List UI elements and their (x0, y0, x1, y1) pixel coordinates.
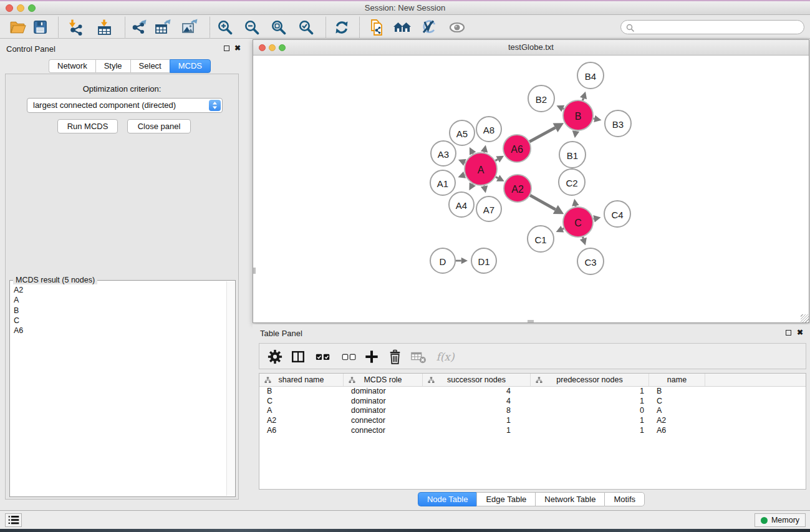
table-row-c[interactable]: Cdominator41C (259, 397, 806, 407)
tab-motifs[interactable]: Motifs (604, 492, 645, 506)
deselect-all-columns-button[interactable] (340, 349, 359, 365)
add-column-button[interactable] (362, 349, 381, 365)
mcds-result-item[interactable]: A6 (14, 326, 219, 336)
float-panel-icon[interactable] (224, 46, 229, 51)
cell-successor-nodes: 4 (423, 397, 531, 407)
cell-mcds-role: connector (344, 426, 423, 436)
close-table-panel-icon[interactable]: ✖ (797, 329, 803, 336)
resize-grip[interactable] (801, 314, 809, 322)
table-row-a6[interactable]: A6connector11A6 (259, 426, 806, 436)
delete-column-button[interactable] (385, 349, 404, 365)
apply-layout-button[interactable] (331, 17, 352, 37)
eye-icon (448, 19, 466, 36)
node-table: shared nameMCDS rolesuccessor nodesprede… (259, 373, 806, 490)
column-header-shared-name[interactable]: shared name (259, 374, 344, 386)
zoom-fit-button[interactable] (268, 17, 289, 37)
hide-graphics-details-button[interactable] (418, 17, 440, 37)
search-input[interactable] (637, 21, 801, 33)
minimize-network-button[interactable] (269, 44, 276, 51)
column-header-predecessor-nodes[interactable]: predecessor nodes (531, 374, 649, 386)
split-view-button[interactable] (289, 349, 307, 365)
unchecked-boxes-icon (341, 349, 357, 364)
network-canvas[interactable]: B4B2BB3A5A8A6A3B1AA1A2C2A4A7C4CC1C3DD1 (253, 56, 809, 322)
search-box[interactable] (620, 20, 804, 34)
maximize-network-button[interactable] (279, 44, 286, 51)
minimize-window-button[interactable] (17, 4, 24, 12)
network-window-titlebar[interactable]: testGlobe.txt (253, 40, 809, 56)
zoom-selected-button[interactable] (296, 17, 317, 37)
select-all-columns-button[interactable] (314, 349, 332, 365)
export-image-button[interactable] (179, 17, 200, 37)
cell-shared-name: A2 (259, 416, 344, 426)
table-row-a2[interactable]: A2connector11A2 (259, 416, 806, 426)
cell-name: A (649, 406, 705, 416)
slashed-details-icon (420, 19, 438, 36)
cell-shared-name: A (259, 406, 344, 416)
column-header-successor-nodes[interactable]: successor nodes (423, 374, 531, 386)
close-panel-button[interactable]: Close panel (127, 119, 191, 133)
node-label-B3: B3 (612, 119, 624, 130)
arrowhead-icon (461, 258, 468, 264)
float-table-panel-icon[interactable] (786, 330, 791, 336)
delete-table-button[interactable] (409, 349, 428, 365)
column-label: name (667, 375, 687, 384)
open-session-button[interactable] (7, 17, 28, 37)
column-type-icon (264, 377, 271, 384)
zoom-selected-icon (298, 19, 314, 36)
table-body: Bdominator41BCdominator41CAdominator80AA… (259, 387, 806, 435)
new-network-from-selection-button[interactable] (367, 17, 388, 37)
tab-network[interactable]: Network (49, 59, 95, 73)
node-label-A3: A3 (438, 149, 449, 160)
node-label-D1: D1 (478, 256, 489, 267)
tab-node-table[interactable]: Node Table (418, 492, 477, 506)
table-header-row: shared nameMCDS rolesuccessor nodesprede… (259, 374, 806, 387)
table-row-a[interactable]: Adominator80A (259, 406, 806, 416)
vertical-scrollbar-thumb[interactable] (253, 268, 256, 274)
edge-B-B2 (563, 109, 564, 109)
mcds-result-item[interactable]: A2 (14, 285, 219, 295)
horizontal-scrollbar-thumb[interactable] (528, 320, 534, 322)
tab-select[interactable]: Select (130, 59, 170, 73)
close-network-button[interactable] (259, 44, 266, 51)
houses-icon (393, 19, 412, 36)
export-network-button[interactable] (128, 17, 149, 37)
mcds-result-item[interactable]: A (14, 295, 219, 305)
criterion-dropdown[interactable]: largest connected component (directed) (27, 98, 223, 113)
apply-function-button[interactable]: f(x) (433, 349, 458, 365)
mcds-panel: Optimization criterion: largest connecte… (5, 74, 239, 500)
tab-mcds[interactable]: MCDS (170, 59, 211, 73)
export-table-icon (154, 19, 171, 36)
tab-style[interactable]: Style (95, 59, 130, 73)
export-table-button[interactable] (152, 17, 173, 37)
zoom-in-button[interactable] (215, 17, 236, 37)
cell-name: A2 (649, 416, 705, 426)
show-graphics-details-button[interactable] (446, 17, 468, 37)
column-header-name[interactable]: name (649, 374, 705, 386)
run-mcds-button[interactable]: Run MCDS (57, 119, 118, 133)
import-network-button[interactable] (65, 17, 86, 37)
close-panel-icon[interactable]: ✖ (234, 45, 241, 52)
node-label-B4: B4 (585, 71, 596, 82)
memory-status-icon (761, 517, 768, 524)
tab-network-table[interactable]: Network Table (535, 492, 604, 506)
cell-name: C (649, 397, 705, 407)
first-neighbors-button[interactable] (392, 17, 413, 37)
table-panel: Table Panel ✖ (253, 324, 810, 508)
close-window-button[interactable] (6, 4, 13, 12)
tab-edge-table[interactable]: Edge Table (476, 492, 535, 506)
mcds-result-item[interactable]: C (14, 316, 219, 326)
maximize-window-button[interactable] (28, 4, 36, 12)
zoom-out-button[interactable] (241, 17, 263, 37)
import-table-button[interactable] (94, 17, 115, 37)
table-row-b[interactable]: Bdominator41B (259, 387, 806, 397)
save-session-button[interactable] (29, 17, 51, 37)
network-document-icon (369, 19, 386, 36)
mcds-result-item[interactable]: B (14, 306, 219, 316)
toolbar-separator (325, 17, 326, 37)
refresh-icon (334, 19, 350, 36)
memory-button[interactable]: Memory (755, 513, 806, 527)
result-scrollbar[interactable] (226, 281, 234, 496)
column-settings-button[interactable] (266, 349, 284, 365)
task-history-button[interactable] (5, 513, 22, 527)
column-header-mcds-role[interactable]: MCDS role (344, 374, 423, 386)
